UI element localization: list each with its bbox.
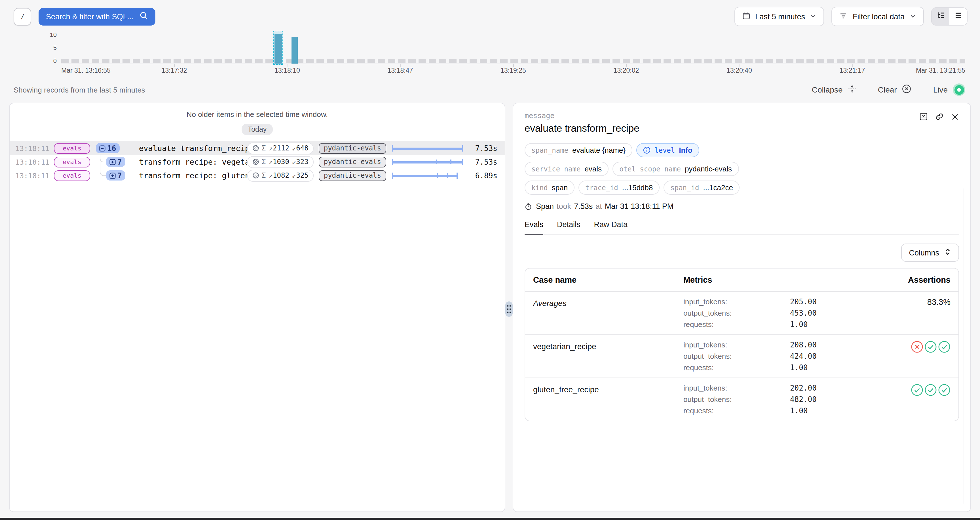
columns-button[interactable]: Columns xyxy=(901,244,959,262)
filter-local-data-dropdown[interactable]: Filter local data xyxy=(832,7,924,26)
tab-evals[interactable]: Evals xyxy=(525,220,543,235)
duration-bar xyxy=(392,172,463,179)
list-view-toggle[interactable] xyxy=(950,8,967,25)
metric-label: input_tokens: xyxy=(683,384,790,392)
attribute-pill-trace_id[interactable]: trace_id...15ddb8 xyxy=(579,180,660,195)
clear-button[interactable]: Clear xyxy=(878,84,912,96)
metric-label: requests: xyxy=(683,407,790,415)
stopwatch-icon xyxy=(525,203,532,210)
trace-row[interactable]: 13:18:11 evals 7 transform_recipe: glute… xyxy=(10,169,505,182)
attribute-pill-span_name[interactable]: span_nameevaluate {name} xyxy=(525,143,632,157)
tree-view-toggle[interactable] xyxy=(932,8,950,25)
metric-value: 424.00 xyxy=(790,352,876,360)
assertion-fail-icon xyxy=(911,341,923,353)
trace-timestamp: 13:18:11 xyxy=(10,144,51,152)
metric-value: 205.00 xyxy=(790,297,876,306)
attribute-value: evaluate {name} xyxy=(572,146,625,155)
time-range-dropdown[interactable]: Last 5 minutes xyxy=(734,7,824,26)
panel-divider xyxy=(505,103,513,512)
x-axis-tick-label: 13:18:10 xyxy=(275,67,300,74)
evals-table-row: vegetarian_recipeinput_tokens:208.00outp… xyxy=(525,334,958,378)
span-title: evaluate transform_recipe xyxy=(525,123,959,134)
arrow-down-left-icon: ↙ xyxy=(292,171,296,179)
attribute-pills: span_nameevaluate {name} levelInfoservic… xyxy=(525,143,959,195)
slash-shortcut-key[interactable]: / xyxy=(14,8,31,25)
x-axis-tick-label: 13:21:17 xyxy=(840,67,865,74)
attribute-pill-otel_scope_name[interactable]: otel_scope_namepydantic-evals xyxy=(612,162,739,176)
list-tree-icon xyxy=(937,11,945,22)
app-window: / Search & filter with SQL... Last 5 min… xyxy=(0,0,980,520)
tab-details[interactable]: Details xyxy=(557,220,581,235)
attribute-pill-kind[interactable]: kindspan xyxy=(525,180,574,195)
live-toggle[interactable]: Live xyxy=(933,83,965,96)
token-usage-chip: Σ ↗1030 ↙323 xyxy=(247,156,313,168)
assertions-cell xyxy=(876,384,950,415)
x-axis-tick-label: 13:17:32 xyxy=(162,67,187,74)
plus-box-icon xyxy=(110,172,116,179)
search-button-label: Search & filter with SQL... xyxy=(46,12,134,21)
timeline-x-axis-labels: Mar 31. 13:16:5513:17:3213:18:1013:18:47… xyxy=(61,67,965,76)
collapse-icon xyxy=(848,85,856,95)
columns-button-label: Columns xyxy=(909,248,939,257)
metric-label: output_tokens: xyxy=(683,395,790,404)
arrow-up-right-icon: ↗ xyxy=(269,171,273,179)
status-bar: Showing records from the last 5 minutes … xyxy=(14,83,965,96)
attribute-key: span_name xyxy=(531,146,568,154)
search-icon xyxy=(139,11,148,22)
timeline-baseline-dashes xyxy=(61,59,965,63)
arrow-up-right-icon: ↗ xyxy=(269,144,273,152)
attribute-pill-level[interactable]: levelInfo xyxy=(636,143,699,157)
today-pill[interactable]: Today xyxy=(242,124,273,135)
collapse-label: Collapse xyxy=(812,85,843,94)
minus-box-icon xyxy=(99,145,105,151)
search-button[interactable]: Search & filter with SQL... xyxy=(38,8,155,25)
metrics-cell: input_tokens:208.00output_tokens:424.00r… xyxy=(683,341,876,372)
attribute-key: trace_id xyxy=(585,183,618,191)
top-bar: / Search & filter with SQL... Last 5 min… xyxy=(0,0,980,26)
attribute-value: Info xyxy=(679,146,692,155)
metric-label: input_tokens: xyxy=(683,297,790,306)
tab-raw-data[interactable]: Raw Data xyxy=(594,220,628,235)
collapse-button[interactable]: Collapse xyxy=(812,85,856,95)
scope-tag[interactable]: pydantic-evals xyxy=(319,170,386,181)
metric-value: 453.00 xyxy=(790,309,876,317)
attribute-pill-service_name[interactable]: service_nameevals xyxy=(525,162,609,176)
metric-label: output_tokens: xyxy=(683,352,790,360)
metric-label: requests: xyxy=(683,363,790,372)
record-kind-label: message xyxy=(525,111,554,120)
dock-panel-icon[interactable] xyxy=(919,112,928,121)
collapse-children-badge[interactable]: 16 xyxy=(96,143,119,153)
expand-children-badge[interactable]: 7 xyxy=(106,157,125,167)
divider-drag-handle[interactable] xyxy=(505,301,513,317)
trace-row[interactable]: 13:18:11 evals 7 transform_recipe: veget… xyxy=(10,155,505,169)
metric-label: output_tokens: xyxy=(683,309,790,317)
evals-badge[interactable]: evals xyxy=(54,156,90,167)
case-name: Averages xyxy=(533,297,683,329)
evals-badge[interactable]: evals xyxy=(54,143,90,153)
span-duration-value: 7.53s xyxy=(574,202,593,211)
scope-tag[interactable]: pydantic-evals xyxy=(319,143,386,153)
metrics-cell: input_tokens:205.00output_tokens:453.00r… xyxy=(683,297,876,329)
header-metrics: Metrics xyxy=(683,275,876,284)
x-axis-tick-label: Mar 31. 13:21:55 xyxy=(916,67,965,74)
trace-row[interactable]: 13:18:11 evals 16 evaluate transform_rec… xyxy=(10,141,505,155)
view-mode-toggle xyxy=(931,7,967,26)
expand-children-badge[interactable]: 7 xyxy=(106,170,125,180)
timeline-bar[interactable] xyxy=(292,37,298,64)
evals-table: Case name Metrics Assertions Averagesinp… xyxy=(525,268,959,421)
scrollbar-track[interactable] xyxy=(964,188,964,504)
timeline-bar-selected[interactable] xyxy=(274,31,283,65)
timeline-plot-area: 0510 xyxy=(61,34,965,64)
evals-badge[interactable]: evals xyxy=(54,170,90,181)
attribute-pill-span_id[interactable]: span_id...1ca2ce xyxy=(663,180,740,195)
x-axis-tick xyxy=(287,64,288,67)
scope-tag[interactable]: pydantic-evals xyxy=(319,156,386,167)
clear-label: Clear xyxy=(878,85,897,94)
sigma-icon: Σ xyxy=(262,158,266,166)
empty-notice-text: No older items in the selected time wind… xyxy=(10,110,505,119)
evals-table-header: Case name Metrics Assertions xyxy=(525,268,958,291)
x-axis-tick xyxy=(174,64,175,67)
sigma-icon: Σ xyxy=(262,171,266,179)
close-icon[interactable] xyxy=(951,113,959,121)
link-icon[interactable] xyxy=(935,112,944,121)
